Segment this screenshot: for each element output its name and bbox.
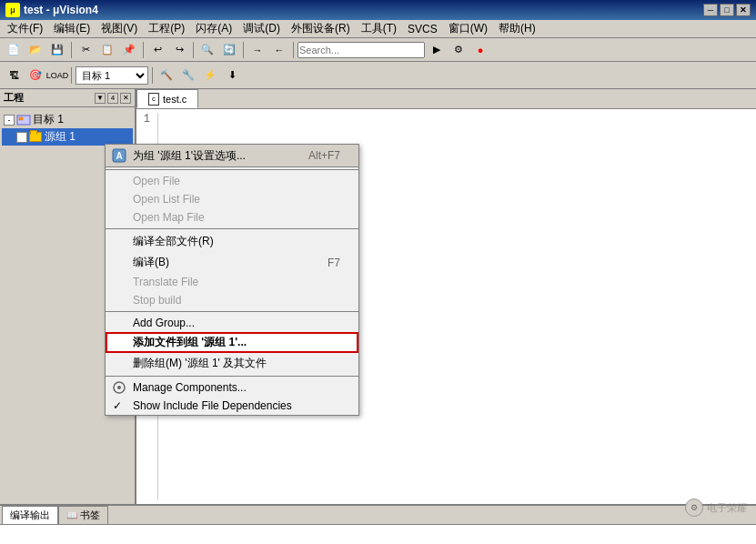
- ctx-item-delete-group[interactable]: 删除组(M) '源组 1' 及其文件: [106, 353, 358, 374]
- project-icon-btn[interactable]: 🏗: [4, 65, 24, 86]
- sep-ctx3: [106, 311, 358, 312]
- title-bar: μ test - μVision4 ─ □ ✕: [0, 0, 756, 20]
- ctx-item-add-files[interactable]: 添加文件到组 '源组 1'...: [106, 332, 358, 353]
- sep6: [71, 67, 72, 84]
- menu-window[interactable]: 窗口(W): [443, 20, 493, 37]
- window-controls: ─ □ ✕: [703, 4, 751, 16]
- undo-button[interactable]: ↩: [147, 40, 167, 60]
- group-label: 源组 1: [45, 129, 76, 145]
- menu-file[interactable]: 文件(F): [2, 20, 48, 37]
- ctx-item-open-list: Open List File: [106, 190, 358, 208]
- folder-icon: [29, 132, 42, 142]
- maximize-button[interactable]: □: [720, 4, 734, 16]
- redo-button[interactable]: ↪: [169, 40, 189, 60]
- expand-root[interactable]: -: [4, 115, 15, 126]
- target-label: 目标 1: [33, 112, 64, 127]
- build-all-btn[interactable]: 🔧: [178, 65, 198, 86]
- menu-tools[interactable]: 工具(T): [356, 20, 402, 37]
- sep-ctx2: [106, 228, 358, 229]
- download-btn[interactable]: ⬇: [222, 65, 242, 86]
- tab-label: test.c: [163, 94, 186, 105]
- copy-button[interactable]: 📋: [97, 40, 117, 60]
- search-go-button[interactable]: ▶: [427, 40, 447, 60]
- ctx-item-set-options[interactable]: A 为组 '源组 1'设置选项... Alt+F7: [106, 145, 358, 167]
- sep7: [152, 67, 153, 84]
- dbg-red-button[interactable]: ●: [470, 40, 490, 60]
- app-icon: μ: [5, 3, 20, 17]
- close-button[interactable]: ✕: [736, 4, 751, 16]
- panel-pin-button[interactable]: ▼: [95, 93, 106, 104]
- toolbar1: 📄 📂 💾 ✂ 📋 📌 ↩ ↪ 🔍 🔄 → ← ▶ ⚙ ●: [0, 38, 756, 62]
- build-btn[interactable]: 🔨: [156, 65, 176, 86]
- menu-project[interactable]: 工程(P): [143, 20, 190, 37]
- ctx-item-build[interactable]: 编译(B) F7: [106, 252, 358, 273]
- options-icon: A: [111, 147, 127, 164]
- svg-text:A: A: [116, 151, 122, 161]
- translate-btn[interactable]: ⚡: [200, 65, 220, 86]
- manage-icon: [111, 379, 127, 396]
- ctx-item-build-all[interactable]: 编译全部文件(R): [106, 231, 358, 252]
- menu-edit[interactable]: 编辑(E): [48, 20, 96, 37]
- replace-button[interactable]: 🔄: [219, 40, 239, 60]
- tree-root[interactable]: - 目标 1: [2, 111, 133, 128]
- sep-ctx1: [106, 169, 358, 170]
- panel-close-button[interactable]: ✕: [120, 93, 131, 104]
- bottom-tab-bookmarks[interactable]: 📖 书签: [58, 506, 108, 524]
- sep1: [71, 42, 72, 58]
- sep5: [293, 42, 294, 58]
- cfg-button[interactable]: ⚙: [449, 40, 469, 60]
- menu-debug[interactable]: 调试(D): [237, 20, 286, 37]
- ctx-item-manage-components[interactable]: Manage Components...: [106, 378, 358, 397]
- indent-button[interactable]: →: [247, 40, 267, 60]
- panel-controls: ▼ 4 ✕: [95, 93, 131, 104]
- search-input[interactable]: [297, 42, 425, 58]
- new-file-button[interactable]: 📄: [4, 40, 24, 60]
- find-button[interactable]: 🔍: [197, 40, 217, 60]
- bottom-output: [0, 524, 756, 544]
- paste-button[interactable]: 📌: [119, 40, 139, 60]
- target-select[interactable]: 目标 1: [76, 66, 148, 85]
- watermark-text: 电子荣耀: [707, 501, 747, 515]
- menu-bar: 文件(F) 编辑(E) 视图(V) 工程(P) 闪存(A) 调试(D) 外围设备…: [0, 20, 756, 38]
- ctx-item-open-map: Open Map File: [106, 208, 358, 227]
- menu-svcs[interactable]: SVCS: [402, 22, 443, 36]
- menu-view[interactable]: 视图(V): [96, 20, 143, 37]
- load-icon-btn[interactable]: LOAD: [47, 65, 67, 86]
- target-icon: [16, 113, 31, 127]
- bottom-tabs: 编译输出 📖 书签: [0, 504, 756, 524]
- open-file-button[interactable]: 📂: [25, 40, 45, 60]
- ctx-item-open-file: Open File: [106, 172, 358, 190]
- sep4: [243, 42, 244, 58]
- panel-num-button[interactable]: 4: [107, 93, 118, 104]
- file-icon: c: [148, 93, 159, 106]
- toolbar2: 🏗 🎯 LOAD 目标 1 🔨 🔧 ⚡ ⬇: [0, 62, 756, 89]
- watermark-logo: ⚙: [685, 499, 703, 517]
- ctx-item-translate: Translate File: [106, 273, 358, 291]
- tab-test-c[interactable]: c test.c: [136, 89, 198, 108]
- sep-ctx4: [106, 376, 358, 377]
- bottom-tab-build[interactable]: 编译输出: [2, 506, 58, 524]
- menu-flash[interactable]: 闪存(A): [190, 20, 237, 37]
- save-button[interactable]: 💾: [47, 40, 67, 60]
- minimize-button[interactable]: ─: [703, 4, 718, 16]
- outdent-button[interactable]: ←: [269, 40, 289, 60]
- expand-group[interactable]: -: [16, 132, 27, 143]
- panel-title: 工程: [4, 91, 24, 105]
- watermark: ⚙ 电子荣耀: [685, 499, 747, 517]
- sep3: [193, 42, 194, 58]
- menu-help[interactable]: 帮助(H): [493, 20, 541, 37]
- ctx-item-stop-build: Stop build: [106, 291, 358, 309]
- target-icon-btn[interactable]: 🎯: [25, 65, 45, 86]
- tab-bar: c test.c: [136, 89, 756, 109]
- cut-button[interactable]: ✂: [76, 40, 96, 60]
- panel-header: 工程 ▼ 4 ✕: [0, 89, 135, 107]
- svg-point-5: [117, 386, 121, 389]
- context-menu: A 为组 '源组 1'设置选项... Alt+F7 Open File Open…: [105, 144, 359, 416]
- sep2: [143, 42, 144, 58]
- ctx-item-show-include[interactable]: Show Include File Dependencies: [106, 397, 358, 415]
- menu-peripheral[interactable]: 外围设备(R): [286, 20, 356, 37]
- title-text: test - μVision4: [24, 4, 703, 16]
- ctx-item-add-group[interactable]: Add Group...: [106, 314, 358, 332]
- svg-rect-1: [19, 117, 23, 120]
